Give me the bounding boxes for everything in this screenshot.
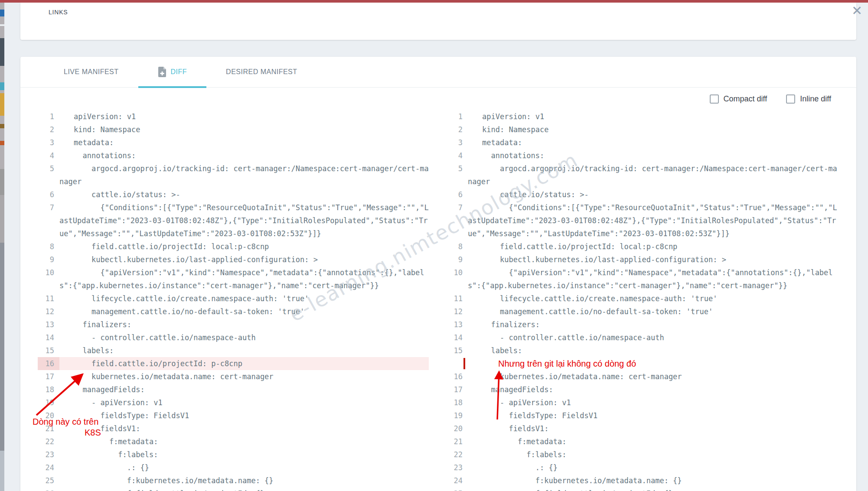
code-text: fieldsV1:	[59, 422, 429, 435]
tab-live-manifest-label: LIVE MANIFEST	[64, 68, 119, 76]
line-number: 9	[446, 253, 468, 266]
code-text: - apiVersion: v1	[59, 396, 429, 409]
code-text: fieldsType: FieldsV1	[468, 409, 837, 422]
code-text: labels:	[59, 344, 429, 357]
code-text: {"apiVersion":"v1","kind":"Namespace","m…	[59, 266, 429, 292]
line-number: 16	[38, 357, 59, 370]
code-line: 1apiVersion: v1	[446, 110, 837, 123]
code-text: annotations:	[59, 149, 429, 162]
code-text: kubectl.kubernetes.io/last-applied-confi…	[59, 253, 429, 266]
line-number: 12	[446, 305, 468, 318]
code-text: lifecycle.cattle.io/create.namespace-aut…	[59, 292, 429, 305]
code-text: f:field.cattle.io/projectId: {}	[468, 487, 837, 491]
code-line: 4 annotations:	[38, 149, 429, 162]
code-line: 17 kubernetes.io/metadata.name: cert-man…	[38, 370, 429, 383]
line-number: 13	[38, 318, 59, 331]
code-line: 8 field.cattle.io/projectId: local:p-c8c…	[446, 240, 837, 253]
diff-options-row: Compact diff Inline diff	[20, 88, 856, 110]
desired-manifest-pane: 1apiVersion: v12kind: Namespace3metadata…	[446, 110, 837, 491]
code-line: 3metadata:	[38, 136, 429, 149]
code-text: kubectl.kubernetes.io/last-applied-confi…	[468, 253, 837, 266]
compact-diff-label: Compact diff	[724, 94, 767, 104]
missing-line-marker	[463, 358, 465, 369]
line-number: 23	[38, 448, 59, 461]
tab-diff[interactable]: DIFF	[138, 57, 207, 87]
code-line: 14 - controller.cattle.io/namespace-auth	[38, 331, 429, 344]
line-number: 24	[446, 474, 468, 487]
inline-diff-checkbox-box[interactable]	[786, 94, 795, 104]
line-number: 17	[446, 383, 468, 396]
code-line: 18 managedFields:	[38, 383, 429, 396]
close-icon[interactable]: ✕	[852, 4, 862, 17]
line-number: 6	[446, 188, 468, 201]
code-text: f:metadata:	[59, 435, 429, 448]
code-text: - controller.cattle.io/namespace-auth	[59, 331, 429, 344]
line-number: 7	[446, 201, 468, 240]
code-text: management.cattle.io/no-default-sa-token…	[59, 305, 429, 318]
line-number: 12	[38, 305, 59, 318]
code-line: 2kind: Namespace	[446, 123, 837, 136]
code-text: managedFields:	[468, 383, 837, 396]
code-line: 24 f:kubernetes.io/metadata.name: {}	[446, 474, 837, 487]
code-text: fieldsType: FieldsV1	[59, 409, 429, 422]
links-panel: LINKS	[20, 3, 856, 40]
code-text: fieldsV1:	[468, 422, 837, 435]
tab-live-manifest[interactable]: LIVE MANIFEST	[44, 57, 138, 87]
code-text: managedFields:	[59, 383, 429, 396]
code-text: kind: Namespace	[59, 123, 429, 136]
code-line: 20 fieldsV1:	[446, 422, 837, 435]
compact-diff-checkbox-box[interactable]	[710, 94, 719, 104]
code-line: 16 kubernetes.io/metadata.name: cert-man…	[446, 370, 837, 383]
line-number: 2	[38, 123, 59, 136]
code-text: lifecycle.cattle.io/create.namespace-aut…	[468, 292, 837, 305]
compact-diff-checkbox[interactable]: Compact diff	[710, 94, 767, 104]
code-text: f:metadata:	[468, 435, 837, 448]
code-line: 13 finalizers:	[38, 318, 429, 331]
line-number: 13	[446, 318, 468, 331]
code-line: 25 f:field.cattle.io/projectId: {}	[446, 487, 837, 491]
code-text: f:kubernetes.io/metadata.name: {}	[468, 474, 837, 487]
code-line: 24 .: {}	[38, 461, 429, 474]
code-text: argocd.argoproj.io/tracking-id: cert-man…	[59, 162, 429, 188]
code-line: 9 kubectl.kubernetes.io/last-applied-con…	[38, 253, 429, 266]
code-text: - controller.cattle.io/namespace-auth	[468, 331, 837, 344]
line-number: 15	[38, 344, 59, 357]
code-line: 11 lifecycle.cattle.io/create.namespace-…	[38, 292, 429, 305]
code-text: field.cattle.io/projectId: local:p-c8cnp	[468, 240, 837, 253]
line-number: 19	[38, 396, 59, 409]
code-line: 17 managedFields:	[446, 383, 837, 396]
code-line: 18 - apiVersion: v1	[446, 396, 837, 409]
line-number: 1	[38, 110, 59, 123]
line-number: 4	[38, 149, 59, 162]
tab-desired-manifest[interactable]: DESIRED MANIFEST	[206, 57, 317, 87]
code-text: apiVersion: v1	[59, 110, 429, 123]
code-line: 6 cattle.io/status: >-	[446, 188, 837, 201]
code-line: 12 management.cattle.io/no-default-sa-to…	[446, 305, 837, 318]
line-number: 4	[446, 149, 468, 162]
inline-diff-checkbox[interactable]: Inline diff	[786, 94, 831, 104]
line-number: 25	[38, 474, 59, 487]
line-number: 1	[446, 110, 468, 123]
diff-modal-page: { "colors": { "accent_teal": "#4dbdd3", …	[0, 0, 868, 491]
code-text: management.cattle.io/no-default-sa-token…	[468, 305, 837, 318]
code-text: kubernetes.io/metadata.name: cert-manage…	[468, 370, 837, 383]
code-text: apiVersion: v1	[468, 110, 837, 123]
code-text: cattle.io/status: >-	[468, 188, 837, 201]
code-text: .: {}	[59, 461, 429, 474]
code-text: - apiVersion: v1	[468, 396, 837, 409]
code-line: 13 finalizers:	[446, 318, 837, 331]
code-text: metadata:	[59, 136, 429, 149]
line-number: 19	[446, 409, 468, 422]
code-line: 23 .: {}	[446, 461, 837, 474]
line-number: 10	[38, 266, 59, 292]
code-line: 4 annotations:	[446, 149, 837, 162]
code-line: 10 {"apiVersion":"v1","kind":"Namespace"…	[38, 266, 429, 292]
tab-diff-label: DIFF	[171, 68, 187, 76]
line-number: 25	[446, 487, 468, 491]
line-number: 8	[446, 240, 468, 253]
code-line: 6 cattle.io/status: >-	[38, 188, 429, 201]
code-text: kind: Namespace	[468, 123, 837, 136]
line-number: 11	[446, 292, 468, 305]
background-app-strip	[0, 0, 4, 491]
browser-top-bar	[0, 0, 868, 3]
